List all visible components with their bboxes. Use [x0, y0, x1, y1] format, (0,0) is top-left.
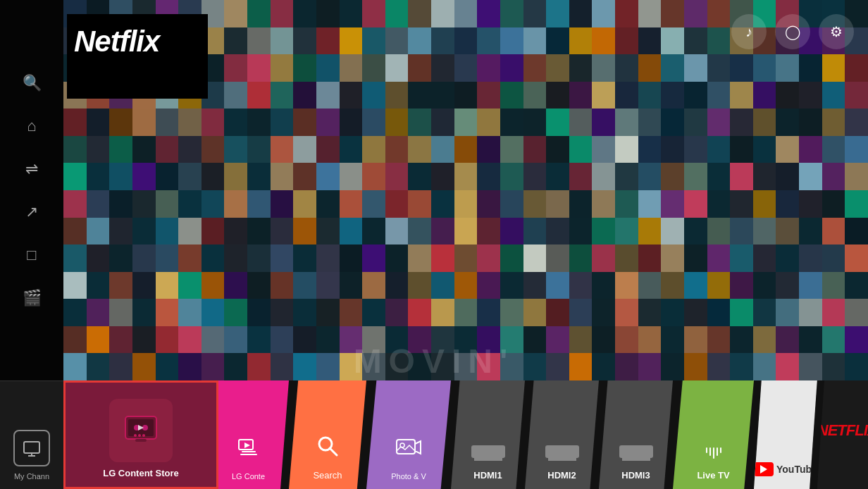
photo-video-label: Photo & V: [391, 472, 426, 481]
svg-point-7: [134, 434, 137, 437]
live-tv-label: Live TV: [697, 470, 729, 481]
mychannel-label: My Chann: [14, 472, 49, 481]
svg-rect-14: [242, 451, 256, 452]
taskbar-item-live-tv[interactable]: Live TV: [673, 380, 754, 489]
sidebar-shuffle-icon[interactable]: ⇌: [25, 160, 38, 178]
taskbar-item-netflix[interactable]: NETFLIX: [817, 380, 868, 489]
lg-content2-label: LG Conte: [232, 472, 265, 481]
taskbar-item-hdmi2[interactable]: HDMI2: [525, 380, 599, 489]
taskbar-item-youtube[interactable]: YouTube: [754, 380, 817, 489]
sidebar-trending-icon[interactable]: ↗: [25, 203, 38, 221]
svg-marker-13: [244, 442, 250, 448]
taskbar-item-mychannel[interactable]: My Chann: [0, 380, 63, 489]
svg-point-8: [138, 434, 141, 437]
top-right-controls: ♪ ◯ ⚙: [731, 14, 854, 49]
hdmi2-icon: [544, 444, 581, 459]
svg-rect-0: [24, 442, 39, 453]
taskbar-item-photo-video[interactable]: Photo & V: [366, 380, 451, 489]
svg-rect-18: [397, 440, 415, 454]
taskbar-item-hdmi3[interactable]: HDMI3: [599, 380, 673, 489]
music-button[interactable]: ♪: [731, 14, 767, 49]
youtube-logo: YouTube: [754, 462, 817, 476]
photo-video-icon: [390, 430, 427, 466]
search-taskbar-icon: [309, 428, 346, 464]
sidebar-screen-icon[interactable]: □: [27, 246, 36, 264]
mychannel-icon: [13, 430, 50, 466]
netflix-logo: Netflix: [67, 14, 208, 69]
netflix-taskbar-logo: NETFLIX: [817, 421, 868, 440]
lg-store-icon: [109, 399, 173, 462]
taskbar-item-lg-content-store[interactable]: LG Content Store: [63, 380, 218, 489]
hdmi3-label: HDMI3: [621, 470, 650, 481]
hdmi1-icon: [470, 444, 507, 459]
youtube-play-triangle: [760, 465, 767, 473]
hdmi3-icon: [618, 444, 655, 459]
taskbar-item-lg-content2[interactable]: LG Conte: [218, 380, 289, 489]
hdmi1-label: HDMI1: [473, 470, 502, 481]
taskbar: My Chann LG Content Store: [0, 380, 868, 489]
sidebar-film-icon[interactable]: 🎬: [23, 289, 42, 307]
taskbar-item-hdmi1[interactable]: HDMI1: [451, 380, 525, 489]
lg-content2-icon: [230, 430, 267, 466]
youtube-text: YouTube: [776, 464, 817, 475]
taskbar-item-search[interactable]: Search: [289, 380, 366, 489]
sidebar-search-icon[interactable]: 🔍: [23, 74, 42, 92]
sidebar: 🔍 ⌂ ⇌ ↗ □ 🎬: [0, 0, 63, 380]
sidebar-home-icon[interactable]: ⌂: [27, 117, 36, 135]
hdmi2-label: HDMI2: [547, 470, 576, 481]
svg-rect-10: [135, 439, 147, 442]
svg-line-17: [330, 448, 337, 455]
settings-button[interactable]: ⚙: [819, 14, 854, 49]
account-button[interactable]: ◯: [775, 14, 810, 49]
live-tv-icon: [695, 443, 732, 464]
svg-rect-15: [240, 454, 257, 455]
netflix-content-area: Netflix: [67, 14, 208, 99]
youtube-icon: [754, 462, 774, 476]
search-label: Search: [313, 470, 342, 481]
svg-point-9: [142, 434, 145, 437]
svg-marker-19: [415, 441, 421, 454]
lg-content-store-label: LG Content Store: [103, 468, 179, 478]
movin-watermark: MOVIN': [354, 342, 515, 380]
